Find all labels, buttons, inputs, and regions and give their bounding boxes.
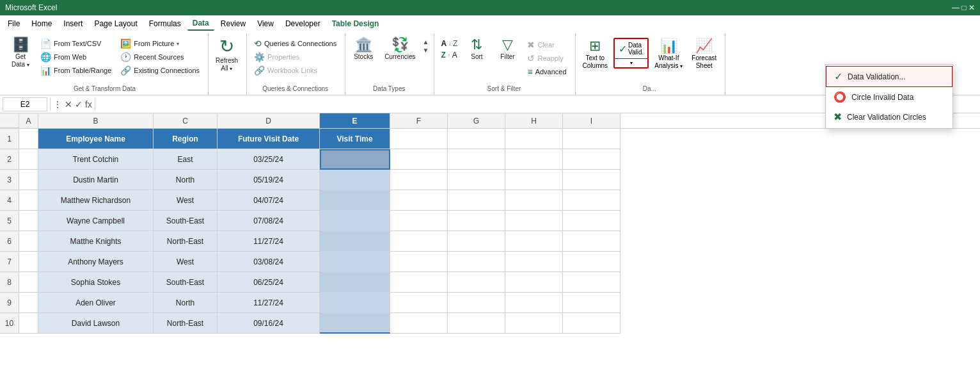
cell-i9[interactable]: [563, 293, 620, 313]
cell-b5[interactable]: Wayne Campbell: [38, 211, 154, 231]
cell-i8[interactable]: [563, 272, 620, 293]
sort-button[interactable]: ⇅ Sort: [462, 36, 491, 63]
expand-icon[interactable]: ⋮: [53, 99, 62, 109]
refresh-all-button[interactable]: ↻ RefreshAll ▾: [212, 36, 241, 74]
currencies-button[interactable]: 💱 Currencies: [381, 36, 418, 63]
cell-h7[interactable]: [505, 252, 563, 272]
menu-review[interactable]: Review: [216, 17, 251, 30]
col-header-b[interactable]: B: [38, 113, 154, 128]
insert-function-icon[interactable]: fx: [85, 99, 92, 109]
cell-c1[interactable]: Region: [154, 129, 217, 149]
menu-home[interactable]: Home: [26, 17, 57, 30]
cell-f4[interactable]: [390, 190, 448, 211]
cell-b10[interactable]: David Lawson: [38, 313, 154, 334]
cell-d9[interactable]: 11/27/24: [217, 293, 320, 313]
advanced-button[interactable]: ≡ Advanced: [524, 65, 569, 78]
cell-h6[interactable]: [505, 231, 563, 252]
cell-c10[interactable]: North-East: [154, 313, 217, 334]
cancel-formula-icon[interactable]: ✕: [65, 99, 72, 109]
sort-az-button[interactable]: A ↓ Z: [438, 38, 460, 49]
clear-validation-circles-item[interactable]: ✖ Clear Validation Circles: [826, 107, 952, 127]
cell-e9[interactable]: [320, 293, 390, 313]
cell-e5[interactable]: [320, 211, 390, 231]
cell-e4[interactable]: [320, 190, 390, 211]
recent-sources-button[interactable]: 🕐 Recent Sources: [117, 51, 203, 63]
cell-h2[interactable]: [505, 149, 563, 170]
cell-h8[interactable]: [505, 272, 563, 293]
cell-a7[interactable]: [19, 252, 38, 272]
cell-i3[interactable]: [563, 170, 620, 190]
scroll-down-icon[interactable]: ▼: [423, 47, 429, 54]
cell-d6[interactable]: 11/27/24: [217, 231, 320, 252]
cell-d5[interactable]: 07/08/24: [217, 211, 320, 231]
cell-c9[interactable]: North: [154, 293, 217, 313]
menu-formulas[interactable]: Formulas: [144, 17, 186, 30]
cell-e6[interactable]: [320, 231, 390, 252]
cell-i10[interactable]: [563, 313, 620, 334]
cell-h3[interactable]: [505, 170, 563, 190]
row-header-10[interactable]: 10: [0, 313, 19, 334]
scroll-up-icon[interactable]: ▲: [423, 38, 429, 45]
cell-b9[interactable]: Aden Oliver: [38, 293, 154, 313]
cell-c4[interactable]: West: [154, 190, 217, 211]
cell-c7[interactable]: West: [154, 252, 217, 272]
cell-i4[interactable]: [563, 190, 620, 211]
menu-insert[interactable]: Insert: [58, 17, 88, 30]
cell-g9[interactable]: [448, 293, 505, 313]
cell-h9[interactable]: [505, 293, 563, 313]
from-picture-button[interactable]: 🖼️ From Picture ▾: [117, 37, 203, 50]
cell-a3[interactable]: [19, 170, 38, 190]
cell-a10[interactable]: [19, 313, 38, 334]
cell-h4[interactable]: [505, 190, 563, 211]
cell-a6[interactable]: [19, 231, 38, 252]
existing-connections-button[interactable]: 🔗 Existing Connections: [117, 64, 203, 77]
cell-f9[interactable]: [390, 293, 448, 313]
col-header-g[interactable]: G: [448, 113, 505, 128]
cell-f3[interactable]: [390, 170, 448, 190]
col-header-f[interactable]: F: [390, 113, 448, 128]
cell-g3[interactable]: [448, 170, 505, 190]
row-header-3[interactable]: 3: [0, 170, 19, 190]
cell-b8[interactable]: Sophia Stokes: [38, 272, 154, 293]
forecast-sheet-button[interactable]: 📈 ForecastSheet: [688, 36, 720, 72]
cell-i5[interactable]: [563, 211, 620, 231]
menu-page-layout[interactable]: Page Layout: [89, 17, 142, 30]
cell-a1[interactable]: [19, 129, 38, 149]
cell-i2[interactable]: [563, 149, 620, 170]
row-header-8[interactable]: 8: [0, 272, 19, 293]
cell-c3[interactable]: North: [154, 170, 217, 190]
row-header-5[interactable]: 5: [0, 211, 19, 231]
cell-e7[interactable]: [320, 252, 390, 272]
cell-e1[interactable]: Visit Time: [320, 129, 390, 149]
cell-c8[interactable]: South-East: [154, 272, 217, 293]
cell-f7[interactable]: [390, 252, 448, 272]
cell-f8[interactable]: [390, 272, 448, 293]
cell-f6[interactable]: [390, 231, 448, 252]
cell-g6[interactable]: [448, 231, 505, 252]
cell-e8[interactable]: [320, 272, 390, 293]
cell-g5[interactable]: [448, 211, 505, 231]
data-validation-button[interactable]: ✓ DataValid.: [615, 39, 647, 58]
data-validation-arrow-button[interactable]: ▾: [615, 58, 647, 67]
menu-table-design[interactable]: Table Design: [327, 17, 384, 30]
col-header-e[interactable]: E: [320, 113, 390, 128]
cell-d4[interactable]: 04/07/24: [217, 190, 320, 211]
cell-c2[interactable]: East: [154, 149, 217, 170]
cell-e10[interactable]: [320, 313, 390, 334]
cell-d10[interactable]: 09/16/24: [217, 313, 320, 334]
cell-f1[interactable]: [390, 129, 448, 149]
cell-g8[interactable]: [448, 272, 505, 293]
cell-g7[interactable]: [448, 252, 505, 272]
row-header-7[interactable]: 7: [0, 252, 19, 272]
cell-a8[interactable]: [19, 272, 38, 293]
menu-developer[interactable]: Developer: [280, 17, 326, 30]
cell-f5[interactable]: [390, 211, 448, 231]
cell-b2[interactable]: Trent Cotchin: [38, 149, 154, 170]
col-header-c[interactable]: C: [154, 113, 217, 128]
cell-g1[interactable]: [448, 129, 505, 149]
cell-f2[interactable]: [390, 149, 448, 170]
cell-d3[interactable]: 05/19/24: [217, 170, 320, 190]
cell-i7[interactable]: [563, 252, 620, 272]
cell-d7[interactable]: 03/08/24: [217, 252, 320, 272]
col-header-i[interactable]: I: [563, 113, 620, 128]
